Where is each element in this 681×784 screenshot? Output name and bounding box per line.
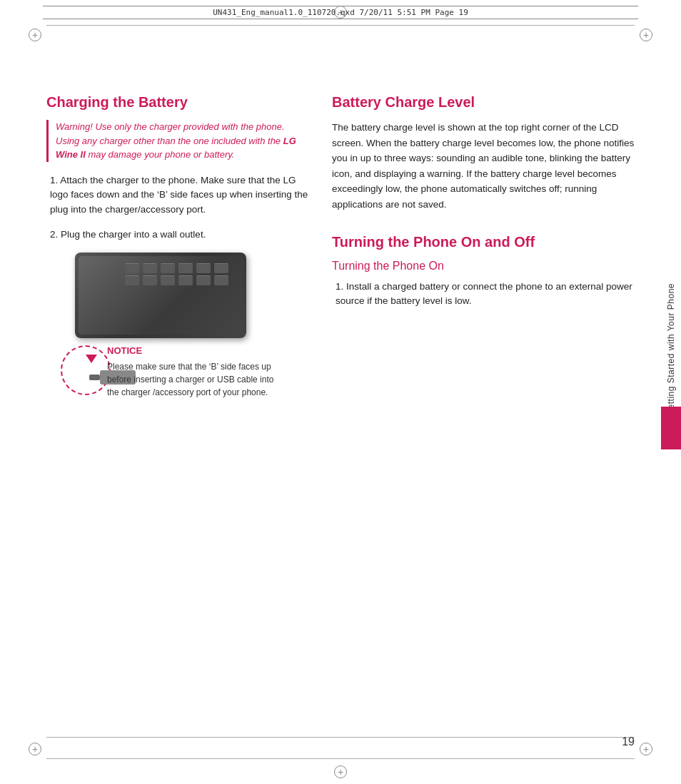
warning-text-part2: may damage your phone or battery. — [86, 149, 235, 160]
key-3 — [161, 263, 175, 273]
charging-title: Charging the Battery — [46, 93, 311, 111]
top-reg-line — [46, 25, 635, 26]
left-column: Charging the Battery Warning! Use only t… — [46, 50, 325, 738]
page-number: 19 — [622, 735, 635, 748]
warning-text-part1: Warning! Use only the charger provided w… — [56, 121, 285, 146]
sidebar-tab-text: Getting Started with Your Phone — [666, 283, 676, 416]
reg-mark-br — [640, 743, 652, 755]
reg-mark-bc — [334, 765, 347, 778]
phone-image-area: NOTICE Please make sure that the ‘B’ sid… — [46, 253, 275, 402]
key-7 — [125, 275, 139, 285]
usb-arrow-icon — [86, 355, 97, 363]
key-1 — [125, 263, 139, 273]
warning-box: Warning! Use only the charger provided w… — [46, 120, 311, 162]
reg-mark-bl — [29, 743, 41, 755]
battery-charge-title: Battery Charge Level — [332, 93, 635, 111]
key-8 — [143, 275, 157, 285]
page-wrapper: UN431_Eng_manual1.0_110720.qxd 7/20/11 5… — [0, 0, 681, 784]
reg-mark-tr — [640, 29, 652, 41]
notice-title: NOTICE — [107, 344, 275, 358]
key-9 — [161, 275, 175, 285]
sidebar-tab: Getting Started with Your Phone — [661, 250, 681, 449]
warning-text: Warning! Use only the charger provided w… — [56, 120, 311, 162]
key-10 — [178, 275, 193, 285]
key-4 — [178, 263, 193, 273]
phone-illustration — [75, 253, 246, 338]
phone-keys — [125, 263, 230, 285]
reg-mark-tl — [29, 29, 41, 41]
notice-area: NOTICE Please make sure that the ‘B’ sid… — [107, 344, 275, 399]
sidebar-tab-bar — [661, 407, 681, 449]
key-2 — [143, 263, 157, 273]
key-5 — [196, 263, 211, 273]
key-6 — [214, 263, 228, 273]
battery-body-text: The battery charge level is shown at the… — [332, 120, 635, 213]
footer-line — [46, 737, 635, 738]
header-bar: UN431_Eng_manual1.0_110720.qxd 7/20/11 5… — [43, 6, 638, 19]
key-11 — [196, 275, 211, 285]
bottom-reg-line — [46, 758, 635, 759]
turning-on-title: Turning the Phone On and Off — [332, 233, 635, 251]
key-12 — [214, 275, 228, 285]
right-column: Battery Charge Level The battery charge … — [325, 50, 635, 738]
step-2: 2. Plug the charger into a wall outlet. — [46, 228, 311, 243]
file-info-text: UN431_Eng_manual1.0_110720.qxd 7/20/11 5… — [213, 8, 468, 17]
turning-on-subtitle: Turning the Phone On — [332, 260, 635, 273]
notice-text: Please make sure that the ‘B’ side faces… — [107, 360, 275, 399]
turning-step-1: 1. Install a charged battery or connect … — [332, 280, 635, 310]
step-1: 1. Attach the charger to the phone. Make… — [46, 173, 311, 218]
content-area: Charging the Battery Warning! Use only t… — [46, 50, 635, 738]
